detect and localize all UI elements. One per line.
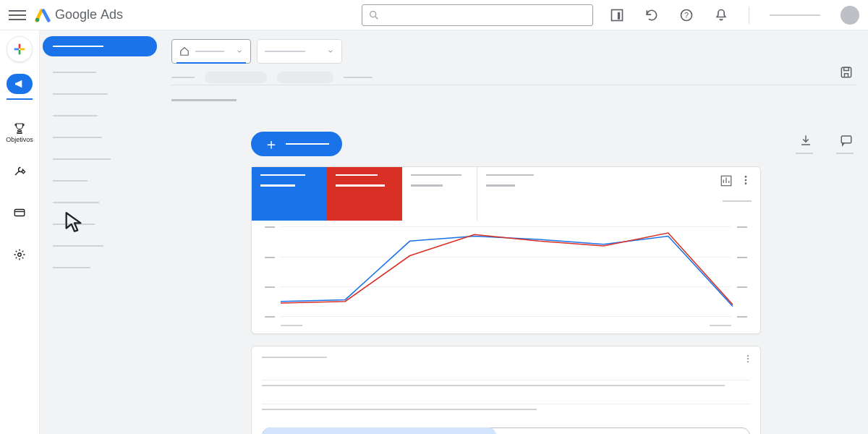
- google-ads-logo-icon: [35, 7, 51, 23]
- metric-tab-2[interactable]: [327, 167, 402, 221]
- create-button[interactable]: [7, 36, 33, 62]
- chart-lines: [281, 226, 733, 316]
- chevron-down-icon: [327, 48, 334, 55]
- download-button[interactable]: [796, 134, 816, 154]
- svg-rect-3: [612, 9, 623, 20]
- rail-objectives-label: Objetivos: [6, 136, 33, 143]
- svg-point-19: [745, 179, 747, 182]
- card-description: [262, 385, 725, 386]
- breadcrumb: [171, 69, 856, 85]
- performance-chart-card: [251, 166, 761, 334]
- main-content: ＋: [163, 30, 868, 434]
- metric-tab-4[interactable]: [477, 167, 553, 221]
- svg-rect-4: [618, 12, 620, 19]
- chart-options-icon[interactable]: [720, 174, 733, 187]
- svg-point-0: [35, 17, 40, 21]
- nav-item[interactable]: [43, 129, 157, 146]
- campaign-selector[interactable]: [257, 39, 342, 64]
- svg-rect-11: [14, 210, 25, 216]
- feedback-icon: [840, 134, 853, 147]
- svg-point-18: [745, 176, 747, 178]
- svg-point-20: [745, 182, 747, 184]
- notifications-icon[interactable]: [714, 8, 728, 22]
- svg-point-21: [747, 355, 749, 357]
- divider: [749, 7, 749, 24]
- chart-x-axis: [252, 322, 760, 333]
- menu-icon[interactable]: [9, 7, 26, 24]
- credit-card-icon: [13, 206, 26, 219]
- nav-item[interactable]: [43, 150, 157, 168]
- rail-campaigns[interactable]: [7, 74, 33, 94]
- save-icon[interactable]: [839, 65, 854, 80]
- nav-item[interactable]: [43, 259, 157, 276]
- new-campaign-button[interactable]: ＋: [251, 132, 342, 156]
- nav-item[interactable]: [43, 172, 157, 190]
- svg-point-22: [747, 358, 749, 359]
- product-logo[interactable]: Google Ads: [35, 7, 123, 23]
- nav-item[interactable]: [43, 194, 157, 211]
- gear-icon: [13, 248, 26, 261]
- tools-icon: [13, 164, 26, 177]
- plus-multicolor-icon: [12, 41, 27, 57]
- more-icon[interactable]: [740, 174, 752, 186]
- rail-objectives[interactable]: Objetivos: [4, 117, 35, 148]
- card-description-2: [262, 409, 537, 410]
- svg-rect-15: [844, 67, 849, 70]
- metric-tab-1[interactable]: [252, 167, 327, 221]
- chevron-down-icon: [236, 48, 243, 55]
- campaign-progress-card: [251, 346, 761, 434]
- breadcrumb-text: [171, 77, 195, 78]
- svg-point-23: [747, 361, 749, 362]
- rail-billing[interactable]: [4, 200, 35, 226]
- metric-tab-3[interactable]: [402, 167, 477, 221]
- nav-panel: [40, 30, 163, 434]
- nav-primary-item[interactable]: [43, 36, 157, 56]
- app-header: Google Ads ?: [0, 0, 868, 30]
- svg-point-13: [18, 253, 22, 257]
- nav-item[interactable]: [43, 107, 157, 124]
- rail-tools[interactable]: [4, 158, 35, 184]
- product-name: Google Ads: [55, 7, 123, 22]
- download-icon: [799, 134, 812, 147]
- svg-rect-14: [841, 67, 851, 77]
- feedback-button[interactable]: [836, 134, 856, 154]
- breadcrumb-text: [344, 77, 373, 78]
- svg-rect-16: [841, 136, 851, 143]
- nav-item[interactable]: [43, 216, 157, 233]
- help-icon[interactable]: ?: [679, 8, 694, 22]
- chart-plot-area: [252, 221, 760, 322]
- account-switcher[interactable]: [770, 14, 820, 16]
- rail-admin[interactable]: [4, 242, 35, 268]
- megaphone-icon: [14, 78, 25, 90]
- nav-item[interactable]: [43, 237, 157, 255]
- search-input[interactable]: [362, 4, 593, 26]
- plus-icon: ＋: [264, 135, 278, 154]
- svg-point-1: [370, 11, 376, 17]
- left-rail: Objetivos: [0, 30, 40, 434]
- rail-active-underline: [7, 98, 33, 100]
- more-icon[interactable]: [743, 354, 753, 364]
- trophy-icon: [13, 122, 26, 135]
- card-title: [262, 357, 327, 358]
- refresh-icon[interactable]: [644, 8, 659, 22]
- svg-text:?: ?: [684, 11, 689, 20]
- filter-chip[interactable]: [277, 72, 333, 83]
- account-selector[interactable]: [171, 39, 251, 64]
- search-icon: [368, 9, 380, 21]
- svg-line-2: [375, 17, 378, 19]
- progress-slider[interactable]: [262, 427, 750, 434]
- home-icon: [179, 46, 190, 56]
- nav-item[interactable]: [43, 85, 157, 103]
- reports-icon[interactable]: [610, 8, 624, 22]
- filter-chip[interactable]: [205, 72, 267, 83]
- page-title: [171, 99, 237, 101]
- user-avatar[interactable]: [841, 6, 859, 25]
- nav-item[interactable]: [43, 64, 157, 81]
